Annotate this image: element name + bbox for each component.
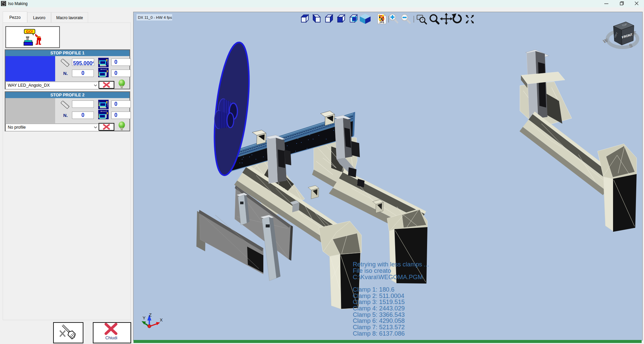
svg-text:E: E xyxy=(634,31,636,35)
svg-text:.JPG: .JPG xyxy=(379,21,384,24)
svg-text:z: z xyxy=(107,58,108,60)
svg-text:X: X xyxy=(160,317,163,322)
svg-text:S: S xyxy=(629,42,633,49)
svg-text:y: y xyxy=(99,71,100,73)
svg-text:Y: Y xyxy=(143,315,146,320)
svg-text:GO!: GO! xyxy=(26,30,33,34)
svg-text:y: y xyxy=(99,113,100,115)
svg-text:C:\Kvara\WEGOMA.PGM: C:\Kvara\WEGOMA.PGM xyxy=(353,273,423,281)
svg-text:Z: Z xyxy=(149,312,152,317)
svg-text:y: y xyxy=(99,59,100,61)
svg-text:Retrying with less clamps ...: Retrying with less clamps ... xyxy=(353,261,429,268)
svg-text:y: y xyxy=(99,101,100,103)
svg-text:z: z xyxy=(107,100,108,102)
svg-text:Clamp 8: 6137.086: Clamp 8: 6137.086 xyxy=(353,330,405,337)
svg-text:DX 11_0 - HW 4 fps: DX 11_0 - HW 4 fps xyxy=(138,15,172,19)
